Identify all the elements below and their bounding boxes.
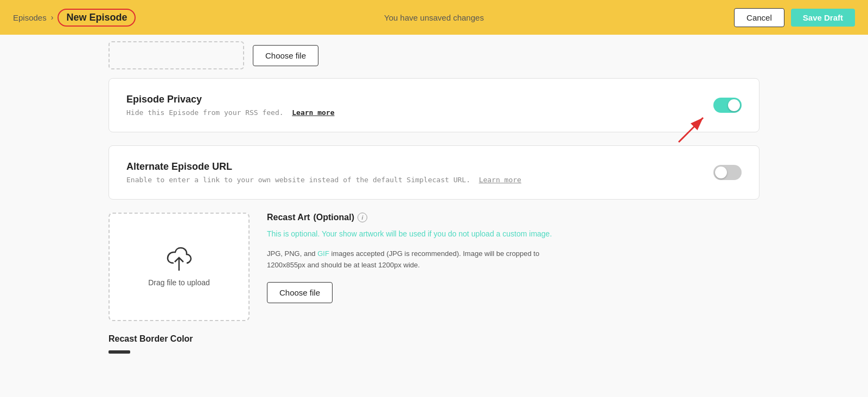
top-upload-bar: Choose file <box>108 35 760 78</box>
episode-privacy-learn-more[interactable]: Learn more <box>292 108 334 117</box>
main-content: Choose file Episode Privacy Hide this Ep… <box>0 35 868 397</box>
header-actions: Cancel Save Draft <box>734 8 855 27</box>
alternate-url-desc: Enable to enter a link to your own websi… <box>126 176 742 184</box>
header: Episodes › New Episode You have unsaved … <box>0 0 868 35</box>
episode-privacy-toggle[interactable] <box>713 98 742 113</box>
recast-art-info-icon: i <box>358 213 367 222</box>
cancel-button[interactable]: Cancel <box>734 8 784 27</box>
recast-art-info: Recast Art (Optional) i This is optional… <box>267 213 760 321</box>
alternate-url-title: Alternate Episode URL <box>126 161 742 172</box>
toggle-knob-off <box>715 167 727 178</box>
arrow-annotation <box>668 112 711 147</box>
drag-file-label: Drag file to upload <box>148 278 210 287</box>
episode-privacy-title: Episode Privacy <box>126 94 742 105</box>
episode-privacy-toggle-container <box>713 98 742 113</box>
top-drop-zone[interactable] <box>108 41 244 69</box>
upload-cloud-icon <box>164 247 194 272</box>
recast-border-color-swatch[interactable] <box>108 350 130 354</box>
toggle-knob <box>728 99 740 111</box>
recast-border-color-section: Recast Border Color <box>108 334 760 359</box>
recast-art-title: Recast Art (Optional) i <box>267 213 760 222</box>
episode-privacy-card: Episode Privacy Hide this Episode from y… <box>108 78 760 132</box>
unsaved-message: You have unsaved changes <box>384 13 484 22</box>
alternate-url-learn-more[interactable]: Learn more <box>479 176 521 184</box>
breadcrumb-current: New Episode <box>58 9 136 27</box>
save-draft-button[interactable]: Save Draft <box>791 9 855 27</box>
recast-optional-text: This is optional. Your show artwork will… <box>267 228 760 240</box>
breadcrumb-chevron: › <box>51 13 54 22</box>
choose-file-button[interactable]: Choose file <box>267 282 333 303</box>
top-choose-file-button[interactable]: Choose file <box>253 45 318 66</box>
alternate-url-card: Alternate Episode URL Enable to enter a … <box>108 145 760 200</box>
recast-format-text: JPG, PNG, and GIF images accepted (JPG i… <box>267 248 760 271</box>
alternate-url-toggle[interactable] <box>713 165 742 180</box>
gif-link[interactable]: GIF <box>317 249 329 258</box>
alternate-url-toggle-container <box>713 165 742 180</box>
breadcrumb-parent[interactable]: Episodes <box>13 13 47 22</box>
svg-line-1 <box>679 118 703 142</box>
recast-art-section: Drag file to upload Recast Art (Optional… <box>108 213 760 321</box>
recast-drop-zone[interactable]: Drag file to upload <box>108 213 250 321</box>
breadcrumb: Episodes › New Episode <box>13 9 136 27</box>
recast-border-color-title: Recast Border Color <box>108 334 760 344</box>
episode-privacy-desc: Hide this Episode from your RSS feed. Le… <box>126 108 742 117</box>
